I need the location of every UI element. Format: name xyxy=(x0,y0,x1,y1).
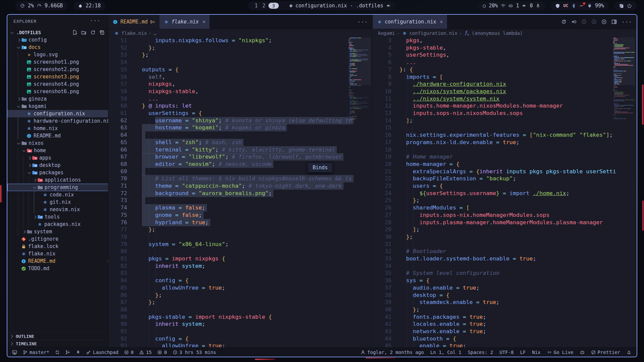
breadcrumb-item[interactable]: flake.nix xyxy=(121,31,147,36)
status-target[interactable]: 0 xyxy=(157,350,167,355)
code-line-43: network.enable = true; xyxy=(373,328,637,335)
status-branch[interactable]: master* xyxy=(23,350,49,355)
tree-folder-docs[interactable]: docs xyxy=(7,44,117,51)
timeline-section[interactable]: TIMELINE xyxy=(7,340,108,347)
breadcrumb-item[interactable]: … xyxy=(154,31,156,36)
nav-back-icon[interactable] xyxy=(581,19,587,24)
tree-folder-home[interactable]: home xyxy=(7,147,123,154)
tree-folder-ginoza[interactable]: ginoza xyxy=(7,95,117,103)
tab-readme-md[interactable]: README.md9+ xyxy=(108,15,159,29)
nix-icon: ✻ xyxy=(42,206,48,213)
refresh-icon[interactable] xyxy=(90,30,96,35)
code-line-52: }; xyxy=(108,44,373,52)
tree-file-screenshot4-png[interactable]: screenshot4.png xyxy=(7,80,123,88)
status-robot[interactable] xyxy=(580,350,585,355)
tab-bar-right: ✻configuration.nix×··· xyxy=(373,15,637,29)
tree-file-screenshot1-png[interactable]: screenshot1.png xyxy=(7,58,123,66)
status-lf[interactable]: LF xyxy=(520,350,526,355)
file-label: ginoza xyxy=(29,96,47,102)
tray-app-icon[interactable]: UC xyxy=(563,3,568,8)
breadcrumb-item[interactable]: configuration.nix xyxy=(409,31,457,36)
code-line-89: pkgs-stable = import nixpkgs-stable { xyxy=(108,313,373,321)
tree-file-screenshot3-png[interactable]: screenshot3.pngU xyxy=(7,73,123,80)
status-warn[interactable]: 15 xyxy=(139,350,152,355)
nav-forward-icon[interactable] xyxy=(591,19,597,24)
code-line-82: inherit system; xyxy=(108,262,373,270)
tab-configuration-nix[interactable]: ✻configuration.nix× xyxy=(373,15,447,29)
outline-section[interactable]: OUTLINE xyxy=(7,333,108,340)
tab-flake-nix[interactable]: ✻flake.nix× xyxy=(159,15,210,29)
collapse-all-icon[interactable] xyxy=(99,30,105,35)
status-sync[interactable] xyxy=(55,350,60,355)
status-person[interactable]: foglar, 2 months ago xyxy=(361,350,424,355)
tree-folder-kogami[interactable]: kogami xyxy=(7,103,117,110)
explorer-title: EXPLORER xyxy=(13,19,37,24)
status-clock[interactable]: 3 hrs 53 mins xyxy=(173,350,216,355)
status-utf-8[interactable]: UTF-8 xyxy=(499,350,514,355)
workspace-3-active[interactable]: 3 xyxy=(268,3,278,9)
tree-file-flake-nix[interactable]: ✻flake.nix xyxy=(7,250,117,257)
minimap[interactable] xyxy=(348,38,371,347)
explorer-more-icon[interactable]: ··· xyxy=(90,17,101,24)
workspace-switcher[interactable]: 123 xyxy=(253,3,279,9)
vpn-shield-icon[interactable] xyxy=(555,3,560,8)
tree-file--gitignore[interactable]: .gitignore xyxy=(7,235,117,243)
tree-file-screenshot2-png[interactable]: screenshot2.png xyxy=(7,66,123,73)
tree-file-todo-md[interactable]: TODO.md xyxy=(7,265,117,272)
tree-file-flake-lock[interactable]: flake.lock xyxy=(7,243,117,250)
info-icon xyxy=(26,133,32,138)
tree-file-readme-md[interactable]: README.md xyxy=(7,132,123,139)
status-ln-1-col-1[interactable]: Ln 1, Col 1 xyxy=(430,350,462,355)
tree-file-logo-svg[interactable]: ✳logo.svg xyxy=(7,51,123,58)
status-bell[interactable] xyxy=(627,350,631,355)
status-key[interactable]: Launchpad xyxy=(86,350,118,355)
clock-icon xyxy=(173,350,177,355)
code-editor-flake-nix[interactable]: 51 inputs.nixpkgs.follows = "nixpkgs";52… xyxy=(108,38,373,347)
new-folder-icon[interactable] xyxy=(81,30,87,35)
status-rocket[interactable] xyxy=(76,350,80,355)
close-icon[interactable]: × xyxy=(440,19,443,25)
tree-file-hardware-configuration-nix[interactable]: ✻hardware-configuration.nix xyxy=(7,117,123,125)
file-label: kogami xyxy=(29,103,47,109)
session-pill[interactable] xyxy=(614,1,637,10)
code-line-42: locales.enable = true; xyxy=(373,320,637,328)
bluetooth-icon[interactable] xyxy=(571,3,576,8)
open-changes-icon[interactable] xyxy=(571,19,577,24)
breadcrumb-item[interactable]: kogami xyxy=(378,31,395,36)
tree-folder-nixos[interactable]: nixos xyxy=(7,139,117,147)
workspace-1[interactable]: 1 xyxy=(253,3,259,9)
run-icon[interactable] xyxy=(601,19,607,24)
system-tray-pill[interactable]: UC 99% xyxy=(550,1,609,10)
breadcrumb-left[interactable]: ✻flake.nix›… xyxy=(108,29,373,38)
more-icon[interactable]: ··· xyxy=(622,19,632,25)
status-broadcast[interactable]: Go Live xyxy=(547,350,574,355)
clipboard-icon[interactable] xyxy=(619,3,624,8)
tree-folder-system[interactable]: system xyxy=(7,228,123,235)
status-nix[interactable]: Nix xyxy=(532,350,540,355)
tree-folder-config[interactable]: config xyxy=(7,36,117,44)
minimap-slider[interactable] xyxy=(613,38,635,85)
more-icon[interactable]: ··· xyxy=(357,19,368,25)
split-editor-icon[interactable] xyxy=(611,19,617,24)
power-icon[interactable] xyxy=(627,3,632,8)
status-label: Go Live xyxy=(554,350,574,355)
status-merge[interactable] xyxy=(65,350,70,355)
breadcrumb-right[interactable]: kogami›✻configuration.nix›ƒx(anonymous l… xyxy=(373,29,637,38)
status-error[interactable]: 0 xyxy=(124,350,133,355)
close-icon[interactable]: × xyxy=(203,19,206,25)
code-editor-configuration-nix[interactable]: 3 pkgs,4 pkgs-stable,5 userSettings,6 ..… xyxy=(373,38,637,347)
breadcrumb-item[interactable]: (anonymous lambda) xyxy=(472,31,523,36)
minimap[interactable] xyxy=(613,38,635,347)
workspace-2[interactable]: 2 xyxy=(261,3,267,9)
status-slash[interactable]: Prettier xyxy=(591,350,620,355)
minimap-slider[interactable] xyxy=(348,38,371,85)
tree-file-configuration-nix[interactable]: ✻configuration.nix xyxy=(7,110,123,117)
status-remote[interactable] xyxy=(12,350,17,355)
tree-file-readme-md[interactable]: README.md9+ xyxy=(7,257,117,265)
tree-file-screenshot6-png[interactable]: screenshot6.png xyxy=(7,88,123,95)
status-spaces-2[interactable]: Spaces: 2 xyxy=(468,350,493,355)
tree-file-home-nix[interactable]: ✻home.nix xyxy=(7,125,123,132)
new-file-icon[interactable] xyxy=(72,30,77,35)
notification-wave-icon[interactable] xyxy=(579,3,584,8)
history-icon[interactable] xyxy=(561,19,567,24)
